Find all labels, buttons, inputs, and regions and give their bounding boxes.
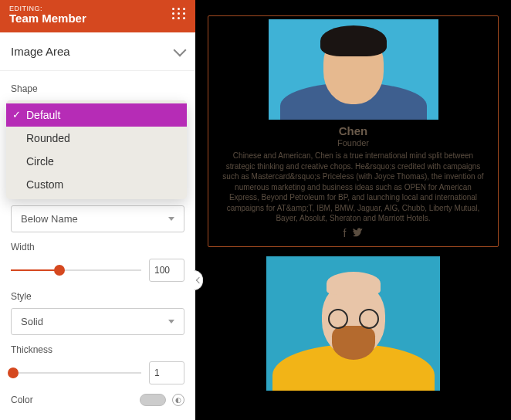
member-photo — [269, 19, 438, 120]
width-label: Width — [11, 242, 184, 252]
team-member-card[interactable]: Chen Founder Chinese and American, Chen … — [208, 15, 499, 247]
thickness-input[interactable] — [149, 361, 184, 384]
section-title: Image Area — [11, 45, 70, 58]
shape-label: Shape — [11, 83, 184, 94]
shape-option-rounded[interactable]: Rounded — [6, 127, 187, 150]
color-picker-icon[interactable]: ◐ — [172, 394, 184, 406]
color-label: Color — [11, 395, 33, 405]
caret-down-icon — [168, 320, 174, 323]
color-swatch[interactable] — [140, 394, 166, 406]
caret-down-icon — [168, 217, 174, 221]
facebook-icon[interactable]: f — [343, 227, 347, 240]
thickness-slider[interactable] — [11, 364, 141, 382]
style-value: Solid — [21, 316, 43, 327]
width-slider[interactable] — [11, 261, 141, 279]
style-label: Style — [11, 291, 184, 302]
member-bio: Chinese and American, Chen is a true int… — [219, 151, 487, 224]
member-name: Chen — [339, 124, 368, 137]
editing-label: EDITING: — [9, 5, 86, 12]
thickness-label: Thickness — [11, 344, 184, 355]
section-image-area[interactable]: Image Area — [0, 32, 195, 71]
panel-header: EDITING: Team Member — [0, 0, 195, 32]
position-value: Below Name — [21, 213, 78, 225]
member-role: Founder — [337, 138, 369, 147]
shape-option-default[interactable]: Default — [6, 103, 187, 127]
chevron-down-icon — [174, 43, 187, 56]
drag-handle-icon[interactable] — [172, 5, 186, 19]
twitter-icon[interactable] — [352, 227, 363, 240]
shape-dropdown[interactable]: Default Rounded Circle Custom — [11, 100, 184, 130]
member-photo — [266, 256, 440, 391]
panel-title: Team Member — [9, 12, 86, 25]
member-socials: f — [343, 227, 364, 240]
preview-canvas: Chen Founder Chinese and American, Chen … — [195, 0, 511, 420]
shape-option-circle[interactable]: Circle — [6, 150, 187, 173]
editor-sidebar: EDITING: Team Member Image Area Shape De… — [0, 0, 195, 420]
team-member-card[interactable] — [208, 256, 499, 391]
panel-body: Shape Default Rounded Circle Custom Sepa… — [0, 71, 195, 420]
style-select[interactable]: Solid — [11, 308, 184, 335]
shape-option-custom[interactable]: Custom — [6, 173, 187, 196]
position-select[interactable]: Below Name — [11, 205, 184, 232]
shape-dropdown-menu: Default Rounded Circle Custom — [6, 100, 187, 199]
width-input[interactable] — [149, 259, 184, 282]
